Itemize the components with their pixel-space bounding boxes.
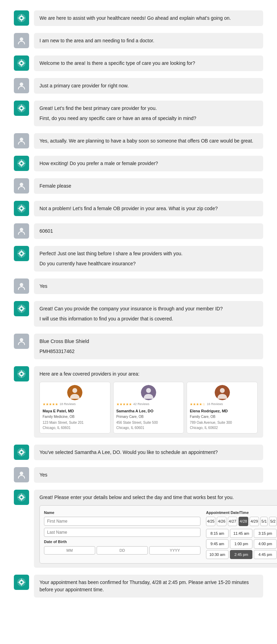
ai-avatar — [14, 246, 29, 261]
time-slot[interactable]: 2:45 pm — [230, 550, 252, 559]
svg-point-41 — [20, 283, 23, 286]
provider-photo — [215, 385, 230, 400]
message-bubble: Here are a few covered providers in your… — [34, 366, 263, 438]
time-slot[interactable]: 4:00 pm — [254, 539, 276, 549]
message-bubble: Just a primary care provider for right n… — [34, 78, 263, 94]
message-row: Perfect! Just one last thing before I sh… — [14, 242, 263, 275]
message-text: Great! Let's find the best primary care … — [39, 105, 258, 112]
message-bubble: 60601 — [34, 223, 263, 239]
message-bubble: Yes — [34, 467, 263, 483]
provider-card[interactable]: ★★★★★18 ReviewsMaya E Patel, MDFamily Me… — [39, 382, 110, 433]
time-slot[interactable]: 3:15 pm — [254, 529, 276, 538]
message-row: 60601 — [14, 220, 263, 242]
schedule-form: NameDate of BirthAppointment Date/Time4/… — [39, 505, 277, 564]
provider-rating-row: ★★★★★18 Reviews — [43, 402, 107, 407]
dob-dd-input[interactable] — [97, 546, 148, 555]
time-slot[interactable]: 8:15 am — [206, 529, 229, 538]
svg-point-6 — [20, 37, 23, 41]
svg-point-29 — [20, 207, 23, 209]
first-name-input[interactable] — [44, 517, 200, 526]
message-text: Female please — [39, 182, 258, 190]
message-text: Yes — [39, 283, 258, 290]
user-avatar — [14, 178, 29, 194]
provider-address: 789 Oak Avenue, Suite 300Chicago, IL 606… — [190, 420, 254, 430]
user-avatar — [14, 78, 29, 93]
message-row: Blue Cross Blue ShieldPMH853317462 — [14, 330, 263, 363]
time-slot[interactable]: 1:00 pm — [230, 539, 252, 549]
provider-rating-row: ★★★★☆16 Reviews — [190, 402, 254, 407]
message-bubble: Your appointment has been confirmed for … — [34, 575, 263, 598]
provider-reviews: 16 Reviews — [207, 402, 223, 407]
message-text: We are here to assist with your healthca… — [39, 15, 258, 22]
svg-point-67 — [20, 472, 23, 475]
message-bubble: Female please — [34, 178, 263, 194]
message-row: Great! Let's find the best primary care … — [14, 97, 263, 130]
time-slot[interactable]: 9:45 am — [206, 539, 229, 549]
date-tab[interactable]: 5/2 — [269, 517, 276, 526]
providers-intro: Here are a few covered providers in your… — [39, 370, 258, 378]
dob-yyyy-input[interactable] — [149, 546, 200, 555]
provider-specialty: Primary Care, OB — [116, 414, 181, 419]
provider-cards: ★★★★★18 ReviewsMaya E Patel, MDFamily Me… — [39, 382, 258, 433]
provider-reviews: 42 Reviews — [133, 402, 150, 407]
message-bubble: Great! Please enter your details below a… — [34, 490, 277, 568]
user-avatar — [14, 33, 29, 48]
message-bubble: I am new to the area and am needing to f… — [34, 33, 263, 49]
message-text: Just a primary care provider for right n… — [39, 82, 258, 89]
svg-point-43 — [20, 308, 23, 310]
message-bubble: Yes — [34, 278, 263, 294]
message-text: Welcome to the area! Is there a specific… — [39, 60, 258, 67]
time-slot[interactable]: 11:45 am — [230, 529, 252, 538]
message-row: Here are a few covered providers in your… — [14, 363, 263, 441]
message-bubble: Great! Can you provide the company your … — [34, 301, 263, 327]
ai-avatar — [14, 101, 29, 116]
date-tab[interactable]: 4/26 — [217, 517, 226, 526]
message-row: How exciting! Do you prefer a male or fe… — [14, 152, 263, 175]
date-tab[interactable]: 4/29 — [250, 517, 259, 526]
name-label: Name — [44, 510, 200, 516]
message-bubble: Perfect! Just one last thing before I sh… — [34, 246, 263, 272]
date-tab[interactable]: 4/28 — [239, 517, 248, 526]
svg-point-50 — [20, 373, 23, 375]
provider-name: Elena Rodriguez, MD — [190, 408, 254, 414]
date-tab[interactable]: 4/27 — [228, 517, 237, 526]
message-text: I will use this information to find you … — [39, 315, 258, 323]
dob-row — [44, 546, 200, 555]
ai-avatar — [14, 366, 29, 381]
provider-card[interactable]: ★★★★★42 ReviewsSamantha A Lee, DOPrimary… — [113, 382, 184, 433]
svg-point-58 — [146, 388, 151, 393]
time-slot[interactable]: 4:45 pm — [254, 550, 276, 559]
message-text: How exciting! Do you prefer a male or fe… — [39, 160, 258, 167]
message-row: Your appointment has been confirmed for … — [14, 571, 263, 601]
message-text: Blue Cross Blue Shield — [39, 338, 258, 345]
appt-label: Appointment Date/Time — [206, 510, 277, 516]
message-text: Your appointment has been confirmed for … — [39, 579, 258, 593]
time-slot[interactable]: 10:30 am — [206, 550, 229, 559]
message-bubble: We are here to assist with your healthca… — [34, 10, 263, 26]
svg-point-60 — [220, 388, 225, 393]
message-text: First, do you need any specific care or … — [39, 115, 258, 122]
dob-mm-input[interactable] — [44, 546, 95, 555]
svg-point-22 — [20, 162, 23, 164]
message-text: 60601 — [39, 227, 258, 235]
ai-avatar — [14, 156, 29, 171]
provider-card[interactable]: ★★★★☆16 ReviewsElena Rodriguez, MDFamily… — [187, 382, 258, 433]
message-row: Female please — [14, 175, 263, 197]
message-row: I am new to the area and am needing to f… — [14, 29, 263, 52]
user-avatar — [14, 334, 29, 349]
provider-address: 456 State Street, Suite 500Chicago, IL 6… — [116, 420, 181, 430]
chat-container: We are here to assist with your healthca… — [14, 7, 263, 601]
ai-avatar — [14, 201, 29, 216]
provider-specialty: Family Care, OB — [190, 414, 254, 419]
ai-avatar — [14, 10, 29, 26]
message-text: Great! Can you provide the company your … — [39, 305, 258, 312]
date-tab[interactable]: 4/25 — [206, 517, 215, 526]
date-tab[interactable]: 5/1 — [260, 517, 268, 526]
svg-point-36 — [20, 252, 23, 255]
svg-point-1 — [20, 17, 23, 19]
last-name-input[interactable] — [44, 528, 200, 537]
user-avatar — [14, 278, 29, 294]
ai-avatar — [14, 575, 29, 590]
svg-point-62 — [20, 451, 23, 453]
svg-point-20 — [20, 138, 23, 141]
